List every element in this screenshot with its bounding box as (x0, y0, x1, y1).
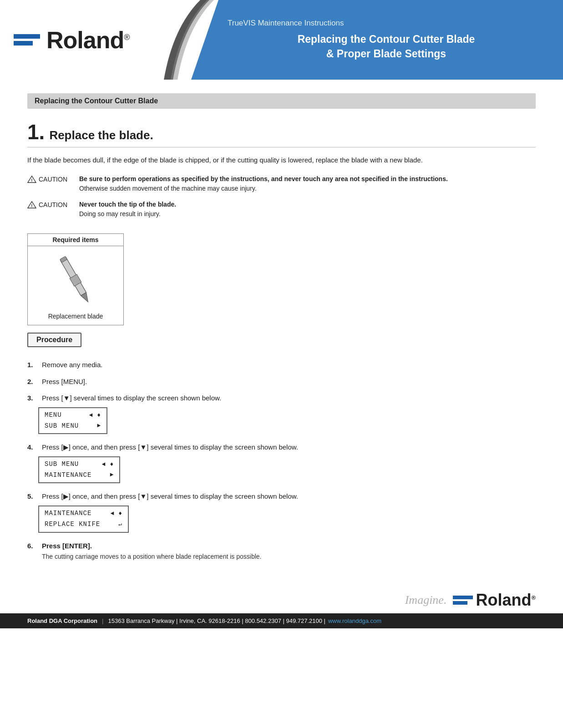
roland-wordmark: Roland® (46, 28, 129, 52)
header-subtitle: TrueVIS Maintenance Instructions (228, 19, 545, 28)
required-items-label: Replacement blade (41, 313, 110, 322)
proc-num-4: 4. (27, 442, 38, 453)
footer-address: 15363 Barranca Parkway | Irvine, CA. 926… (108, 617, 325, 624)
lcd-row-2a: SUB MENU ◄ ♦ (45, 459, 114, 470)
proc-step-1: 1. Remove any media. (27, 360, 536, 370)
step1-title: Replace the blade. (49, 128, 153, 142)
procedure-list: 1. Remove any media. 2. Press [MENU]. 3.… (27, 360, 536, 561)
proc-num-3: 3. (27, 393, 38, 404)
proc-content-1: Remove any media. (42, 360, 536, 370)
roland-logo: Roland® (14, 28, 129, 52)
caution-text-2: Never touch the tip of the blade. Doing … (79, 200, 176, 219)
procedure-button[interactable]: Procedure (27, 333, 81, 347)
main-content: Replacing the Contour Cutter Blade 1. Re… (0, 80, 563, 581)
proc-content-2: Press [MENU]. (42, 377, 536, 387)
lcd-row-3a: MAINTENANCE ◄ ♦ (45, 508, 122, 519)
caution-label-1: ! CAUTION (27, 174, 73, 183)
footer-bar-2 (453, 601, 467, 605)
roland-logo-bars (14, 34, 40, 46)
lcd-row-3b: REPLACE KNIFE ↵ (45, 519, 122, 530)
caution-triangle-icon-2: ! (27, 201, 36, 209)
header-title: Replacing the Contour Cutter Blade & Pro… (228, 32, 545, 61)
step1-intro: If the blade becomes dull, if the edge o… (27, 155, 536, 165)
step1-heading: 1. Replace the blade. (27, 121, 536, 142)
proc-content-5: Press [▶] once, and then press [▼] sever… (42, 491, 298, 502)
proc-step-5: 5. Press [▶] once, and then press [▼] se… (27, 491, 536, 534)
header-right: TrueVIS Maintenance Instructions Replaci… (191, 0, 563, 80)
footer-bar-1 (453, 596, 473, 599)
footer-website-link[interactable]: www.rolanddga.com (328, 617, 381, 624)
lcd-row-1b: SUB MENU ► (45, 421, 101, 432)
lcd-row-2b: MAINTENANCE ► (45, 470, 114, 481)
lcd-screen-1: MENU ◄ ♦ SUB MENU ► (38, 407, 107, 435)
proc-content-6: Press [ENTER]. The cutting carriage move… (42, 541, 536, 562)
step1-divider (27, 147, 536, 147)
proc-content-4: Press [▶] once, and then press [▼] sever… (42, 442, 298, 453)
blade-illustration (55, 251, 96, 310)
proc-num-5: 5. (27, 491, 38, 502)
logo-bar-1 (14, 34, 40, 39)
caution-block-1: ! CAUTION Be sure to perform operations … (27, 174, 536, 193)
proc-step-3: 3. Press [▼] several times to display th… (27, 393, 536, 436)
svg-text:!: ! (31, 178, 32, 183)
step1-number: 1. (27, 121, 45, 142)
caution-label-2: ! CAUTION (27, 200, 73, 209)
footer-imagine-section: Imagine. Roland® (0, 581, 563, 613)
footer-roland-wordmark: Roland® (476, 591, 536, 610)
lcd-row-1a: MENU ◄ ♦ (45, 410, 101, 421)
proc-step-2: 2. Press [MENU]. (27, 377, 536, 387)
svg-text:!: ! (31, 203, 32, 208)
imagine-text: Imagine. (405, 593, 447, 607)
footer-company: Roland DGA Corporation (27, 617, 97, 624)
caution-text-1: Be sure to perform operations as specifi… (79, 174, 448, 193)
required-items-body: Replacement blade (28, 246, 123, 325)
proc-num-6: 6. (27, 541, 38, 551)
lcd-screen-3: MAINTENANCE ◄ ♦ REPLACE KNIFE ↵ (38, 506, 129, 533)
caution-triangle-icon-1: ! (27, 175, 36, 183)
caution-block-2: ! CAUTION Never touch the tip of the bla… (27, 200, 536, 219)
proc-num-2: 2. (27, 377, 38, 387)
footer-logo-bars (453, 596, 473, 605)
page-header: Roland® TrueVIS Maintenance Instructions… (0, 0, 563, 80)
required-items-header: Required items (28, 234, 123, 246)
header-swoosh-decoration (137, 0, 218, 80)
section-header: Replacing the Contour Cutter Blade (27, 93, 536, 109)
required-items-box: Required items Replacement blade (27, 233, 124, 325)
footer-roland-logo: Roland® (453, 591, 536, 610)
proc-content-3: Press [▼] several times to display the s… (42, 393, 221, 404)
proc-step-6: 6. Press [ENTER]. The cutting carriage m… (27, 541, 536, 562)
logo-bar-2 (14, 41, 33, 46)
proc-num-1: 1. (27, 360, 38, 370)
proc-step-4: 4. Press [▶] once, and then press [▼] se… (27, 442, 536, 485)
lcd-screen-2: SUB MENU ◄ ♦ MAINTENANCE ► (38, 456, 120, 484)
footer-bar: Roland DGA Corporation | 15363 Barranca … (0, 613, 563, 628)
